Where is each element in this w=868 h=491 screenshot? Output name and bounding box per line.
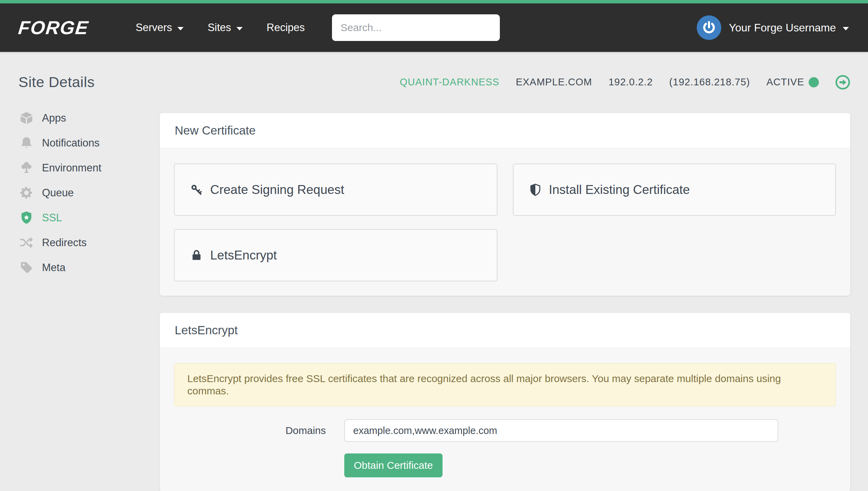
nav-item-label: Sites — [207, 22, 231, 34]
nav-item-sites[interactable]: Sites — [207, 22, 243, 34]
submit-row: Obtain Certificate — [174, 453, 836, 477]
sidebar-item-ssl[interactable]: SSL — [18, 205, 160, 230]
domains-input[interactable] — [344, 419, 778, 442]
sidebar-item-label: Redirects — [42, 237, 87, 249]
top-accent-bar — [0, 0, 868, 3]
chevron-down-icon — [177, 27, 184, 30]
sidebar-item-label: Apps — [42, 112, 66, 124]
nav-links: Servers Sites Recipes — [136, 22, 305, 34]
card-body: LetsEncrypt provides free SSL certificat… — [160, 348, 850, 491]
sidebar-item-label: Meta — [42, 262, 66, 274]
arrow-right-circle-icon[interactable] — [835, 75, 850, 90]
button-label: LetsEncrypt — [210, 248, 277, 263]
main-column: New Certificate Create Signing Req — [160, 113, 850, 491]
obtain-certificate-button[interactable]: Obtain Certificate — [344, 453, 443, 477]
sidebar-item-notifications[interactable]: Notifications — [18, 130, 160, 155]
site-domain: EXAMPLE.COM — [516, 76, 592, 88]
server-name-link[interactable]: QUAINT-DARKNESS — [400, 76, 500, 88]
chevron-down-icon — [236, 27, 243, 30]
forge-logo[interactable]: FORGE — [17, 17, 90, 39]
sidebar-item-label: Queue — [42, 187, 74, 199]
tree-icon — [18, 160, 34, 175]
certificate-options: Create Signing Request Install Existing … — [174, 164, 836, 281]
sidebar-item-apps[interactable]: Apps — [18, 106, 160, 130]
letsencrypt-button[interactable]: LetsEncrypt — [174, 229, 497, 281]
bell-icon — [18, 136, 34, 150]
gear-icon — [18, 185, 34, 200]
chevron-down-icon — [843, 27, 849, 30]
sidebar-item-label: Notifications — [42, 137, 100, 149]
sidebar: Apps Notifications — [18, 106, 160, 491]
page-title: Site Details — [18, 74, 95, 90]
shield-half-icon — [529, 183, 542, 197]
tag-icon — [18, 260, 34, 275]
body-row: Apps Notifications — [18, 106, 850, 491]
card-title: New Certificate — [160, 113, 850, 148]
button-label: Install Existing Certificate — [549, 183, 690, 197]
label-spacer — [174, 453, 344, 477]
domains-label: Domains — [174, 425, 344, 436]
navbar: FORGE Servers Sites Recipes Your — [0, 3, 868, 52]
install-existing-certificate-button[interactable]: Install Existing Certificate — [513, 164, 836, 216]
search-input[interactable] — [332, 14, 500, 41]
cube-icon — [18, 111, 34, 125]
status-dot — [809, 77, 819, 87]
private-ip: (192.168.218.75) — [669, 76, 750, 88]
power-icon — [701, 20, 717, 36]
sidebar-item-queue[interactable]: Queue — [18, 180, 160, 205]
card-title: LetsEncrypt — [160, 313, 850, 348]
nav-item-recipes[interactable]: Recipes — [266, 22, 305, 34]
shield-star-icon — [18, 210, 34, 225]
key-icon — [190, 183, 203, 197]
screen: FORGE Servers Sites Recipes Your — [0, 0, 868, 491]
lock-icon — [190, 249, 203, 262]
shuffle-icon — [18, 235, 34, 250]
page-content: Site Details QUAINT-DARKNESS EXAMPLE.COM… — [0, 74, 868, 491]
sidebar-item-redirects[interactable]: Redirects — [18, 230, 160, 255]
site-meta: QUAINT-DARKNESS EXAMPLE.COM 192.0.2.2 (1… — [400, 75, 851, 90]
nav-item-servers[interactable]: Servers — [136, 22, 184, 34]
sidebar-item-label: SSL — [42, 212, 62, 224]
button-label: Create Signing Request — [210, 183, 344, 197]
status-label: ACTIVE — [766, 76, 804, 88]
avatar — [697, 15, 721, 40]
nav-item-label: Recipes — [266, 22, 305, 34]
public-ip: 192.0.2.2 — [608, 76, 653, 88]
sidebar-item-environment[interactable]: Environment — [18, 155, 160, 180]
card-body: Create Signing Request Install Existing … — [160, 148, 850, 296]
nav-item-label: Servers — [136, 22, 172, 34]
username-label: Your Forge Username — [729, 22, 836, 34]
page-header: Site Details QUAINT-DARKNESS EXAMPLE.COM… — [18, 74, 850, 90]
user-menu[interactable]: Your Forge Username — [697, 15, 849, 40]
status-badge: ACTIVE — [766, 76, 819, 88]
sidebar-item-meta[interactable]: Meta — [18, 255, 160, 280]
new-certificate-card: New Certificate Create Signing Req — [160, 113, 850, 296]
letsencrypt-info-box: LetsEncrypt provides free SSL certificat… — [174, 363, 836, 406]
letsencrypt-card: LetsEncrypt LetsEncrypt provides free SS… — [160, 313, 850, 491]
domains-form-row: Domains — [174, 419, 836, 442]
sidebar-item-label: Environment — [42, 162, 101, 174]
create-signing-request-button[interactable]: Create Signing Request — [174, 164, 497, 216]
